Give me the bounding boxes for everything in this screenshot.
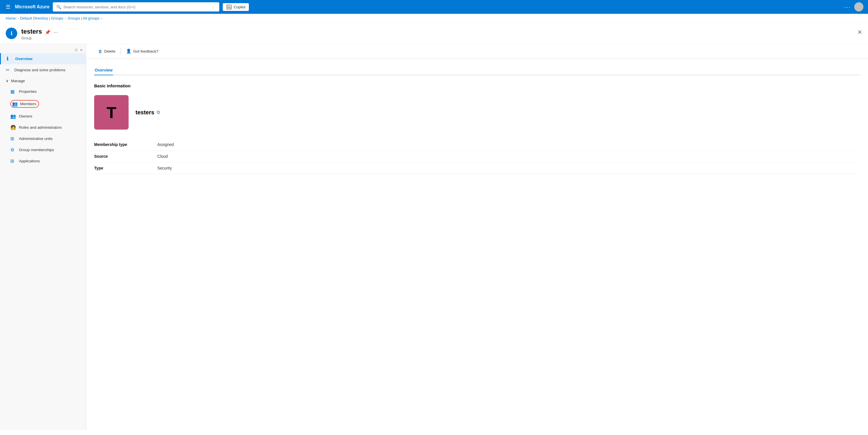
prop-value-membership: Assigned	[157, 142, 860, 147]
copy-icon[interactable]: ⧉	[157, 110, 160, 115]
prop-label-membership: Membership type	[94, 142, 157, 147]
breadcrumb-all-groups[interactable]: Groups | All groups	[68, 16, 99, 20]
breadcrumb-sep-3: ›	[101, 17, 102, 20]
prop-membership-type: Membership type Assigned	[94, 139, 860, 150]
breadcrumb-sep-2: ›	[65, 17, 66, 20]
properties-icon: ▦	[10, 89, 16, 94]
search-input[interactable]	[63, 5, 216, 9]
overview-icon: ℹ	[7, 56, 12, 61]
sidebar-item-properties[interactable]: ▦ Properties	[0, 86, 86, 97]
sidebar: ◇ « ℹ Overview ✂ Diagnose and solve prob…	[0, 44, 86, 430]
sidebar-section-manage-label: Manage	[11, 79, 25, 83]
breadcrumb-home[interactable]: Home	[6, 16, 16, 20]
sidebar-item-roles[interactable]: 🧑 Roles and administrators	[0, 122, 86, 133]
sidebar-item-roles-label: Roles and administrators	[19, 125, 62, 129]
content-area: 🗑 Delete 👤 Got feedback? Overview Basic …	[86, 44, 868, 430]
feedback-label: Got feedback?	[133, 49, 158, 53]
avatar[interactable]	[854, 2, 863, 11]
page-header: ℹ testers 📌 ··· Group ✕	[0, 23, 868, 44]
members-circle: 👥 Members	[10, 100, 39, 108]
prop-type: Type Security	[94, 162, 860, 174]
delete-icon: 🗑	[98, 49, 102, 54]
breadcrumb-default-directory[interactable]: Default Directory | Groups	[20, 16, 63, 20]
group-info-row: T testers ⧉	[94, 95, 860, 129]
diagnose-icon: ✂	[6, 67, 11, 73]
properties-table: Membership type Assigned Source Cloud Ty…	[94, 139, 860, 174]
header-more-icon[interactable]: ···	[53, 29, 58, 35]
sidebar-item-applications-label: Applications	[19, 159, 40, 163]
group-avatar: T	[94, 95, 129, 129]
pin-icon[interactable]: 📌	[45, 30, 51, 35]
sidebar-item-members-label: Members	[20, 102, 36, 106]
manage-chevron-icon: ∨	[6, 79, 9, 83]
prop-source: Source Cloud	[94, 150, 860, 162]
close-button[interactable]: ✕	[857, 29, 862, 36]
group-initial: T	[106, 103, 116, 122]
sidebar-item-group-memberships[interactable]: ⚙ Group memberships	[0, 144, 86, 155]
toolbar-divider	[121, 48, 121, 55]
sidebar-item-applications[interactable]: ⊞ Applications	[0, 155, 86, 167]
sidebar-item-overview-label: Overview	[15, 57, 32, 61]
sidebar-collapse-controls: ◇ «	[0, 46, 86, 53]
diamond-icon[interactable]: ◇	[74, 48, 78, 52]
page-subtitle: Group	[21, 36, 58, 40]
main-layout: ◇ « ℹ Overview ✂ Diagnose and solve prob…	[0, 44, 868, 430]
app-logo: Microsoft Azure	[15, 4, 50, 9]
topbar-more-icon[interactable]: ···	[844, 4, 851, 10]
sidebar-item-diagnose[interactable]: ✂ Diagnose and solve problems	[0, 64, 86, 76]
members-icon: 👥	[12, 101, 18, 107]
menu-icon[interactable]: ☰	[5, 3, 11, 11]
section-title: Basic information	[94, 83, 860, 88]
sidebar-item-properties-label: Properties	[19, 89, 37, 94]
owners-icon: 👥	[10, 114, 16, 119]
search-icon: 🔍	[56, 5, 61, 9]
page-header-icon: ℹ	[6, 28, 17, 39]
tab-overview[interactable]: Overview	[94, 65, 113, 75]
overview-content: Overview Basic information T testers ⧉ M…	[86, 59, 868, 181]
copilot-button[interactable]: 🪟 Copilot	[223, 3, 249, 11]
group-name-row: testers ⧉	[135, 109, 160, 116]
group-memberships-icon: ⚙	[10, 147, 16, 152]
breadcrumb: Home › Default Directory | Groups › Grou…	[0, 14, 868, 23]
prop-value-type: Security	[157, 166, 860, 170]
delete-button[interactable]: 🗑 Delete	[94, 47, 119, 55]
prop-label-type: Type	[94, 166, 157, 170]
sidebar-section-manage[interactable]: ∨ Manage	[0, 76, 86, 86]
copilot-label: Copilot	[234, 5, 245, 9]
roles-icon: 🧑	[10, 125, 16, 130]
feedback-button[interactable]: 👤 Got feedback?	[122, 47, 162, 55]
prop-label-source: Source	[94, 154, 157, 158]
sidebar-item-group-memberships-label: Group memberships	[19, 148, 54, 152]
admin-units-icon: ⊞	[10, 136, 16, 141]
toolbar: 🗑 Delete 👤 Got feedback?	[86, 44, 868, 59]
sidebar-item-overview[interactable]: ℹ Overview	[0, 53, 86, 64]
applications-icon: ⊞	[10, 158, 16, 164]
sidebar-item-admin-units[interactable]: ⊞ Administrative units	[0, 133, 86, 144]
delete-label: Delete	[104, 49, 115, 53]
sidebar-item-admin-units-label: Administrative units	[19, 137, 53, 141]
breadcrumb-sep-1: ›	[18, 17, 19, 20]
group-name: testers	[135, 109, 154, 116]
copilot-icon: 🪟	[226, 4, 232, 10]
sidebar-item-diagnose-label: Diagnose and solve problems	[14, 68, 65, 72]
sidebar-item-owners-label: Owners	[19, 114, 32, 118]
page-title: testers	[21, 28, 42, 35]
sidebar-item-members[interactable]: 👥 Members	[0, 97, 86, 111]
topbar: ☰ Microsoft Azure 🔍 🪟 Copilot ···	[0, 0, 868, 14]
overview-tab-bar: Overview	[94, 65, 860, 75]
collapse-icon[interactable]: «	[80, 48, 82, 52]
search-bar[interactable]: 🔍	[53, 2, 219, 11]
sidebar-item-owners[interactable]: 👥 Owners	[0, 111, 86, 122]
feedback-icon: 👤	[126, 49, 131, 54]
prop-value-source: Cloud	[157, 154, 860, 158]
